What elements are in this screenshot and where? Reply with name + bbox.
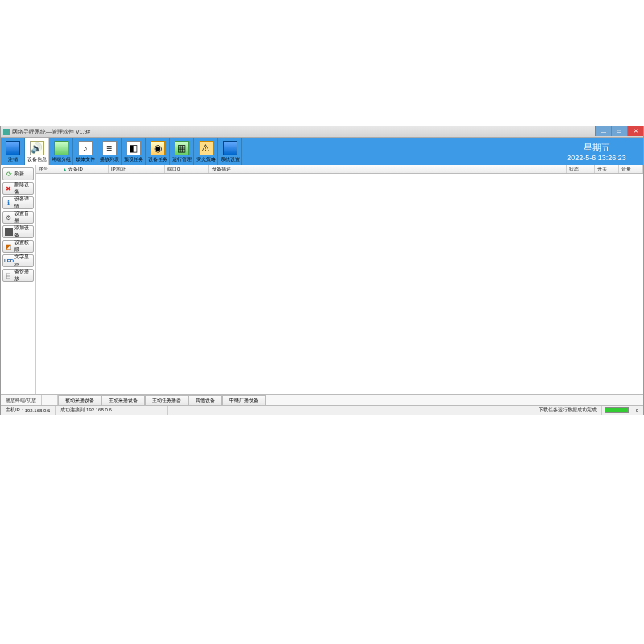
side-refresh[interactable]: ⟳ 刷新 — [2, 167, 34, 180]
weekday-label: 星期五 — [584, 142, 610, 154]
info-icon: ℹ — [5, 199, 13, 207]
app-window: 网络寻呼系统—管理软件 V1.9# — ▭ ✕ 注销 🔊 设备信息 终端分组 ♪… — [0, 126, 644, 415]
toolbar-playlist[interactable]: ≡ 播放列表 — [97, 138, 122, 165]
side-text-display[interactable]: LED 文字显示 — [2, 254, 34, 267]
media-icon: ♪ — [78, 141, 93, 155]
col-status[interactable]: 状态 — [567, 165, 595, 173]
main-toolbar: 注销 🔊 设备信息 终端分组 ♪ 媒体文件 ≡ 播放列表 ◧ 预设任务 ◉ 设备… — [1, 138, 643, 165]
tab-relay-broadcast[interactable]: 中继广播设备 — [222, 395, 266, 405]
toolbar-system-settings[interactable]: 系统设置 — [218, 138, 242, 165]
col-port[interactable]: 端口0 — [165, 165, 209, 173]
col-switch[interactable]: 开关 — [595, 165, 619, 173]
col-index[interactable]: 序号 — [36, 165, 60, 173]
side-add-device[interactable]: 添加设备 — [2, 225, 34, 238]
status-connection: 成功连接到 192.168.0.6 — [56, 406, 168, 415]
minimize-button[interactable]: — — [595, 126, 611, 136]
toolbar-logout[interactable]: 注销 — [1, 138, 25, 165]
tab-passive-capture[interactable]: 被动采播设备 — [58, 395, 101, 405]
bottom-tabs: 播放终端/功放 被动采播设备 主动采播设备 主动任务播器 其他设备 中继广播设备 — [1, 394, 643, 405]
toolbar-terminal-group[interactable]: 终端分组 — [49, 138, 73, 165]
permission-icon: ◩ — [5, 242, 13, 250]
tab-active-capture[interactable]: 主动采播设备 — [101, 395, 145, 405]
speaker-icon: 🔊 — [30, 141, 44, 155]
led-icon: LED — [5, 257, 13, 265]
group-icon — [54, 141, 68, 155]
fire-icon: ⚠ — [199, 141, 213, 155]
col-ip[interactable]: IP地址 — [109, 165, 165, 173]
list-icon: ≡ — [102, 141, 117, 155]
settings-icon — [223, 141, 237, 155]
col-volume[interactable]: 音量 — [619, 165, 643, 173]
side-set-volume[interactable]: ⚙ 设置音量 — [2, 211, 34, 224]
side-device-detail[interactable]: ℹ 设备详情 — [2, 196, 34, 209]
side-set-permission[interactable]: ◩ 设置权限 — [2, 240, 34, 253]
main-area: 序号 设备ID IP地址 端口0 设备描述 状态 开关 音量 — [36, 165, 643, 394]
status-progress-bar — [605, 407, 629, 413]
datetime-label: 2022-5-6 13:26:23 — [567, 154, 626, 162]
status-bar: 主机IP： 192.168.0.6 成功连接到 192.168.0.6 下载任务… — [1, 405, 643, 415]
tab-other-devices[interactable]: 其他设备 — [188, 395, 222, 405]
backup-icon: ⌸ — [5, 271, 13, 279]
status-progress-value: 0 — [631, 408, 643, 413]
side-backup-play[interactable]: ⌸ 备份播放 — [2, 269, 34, 282]
col-device-id[interactable]: 设备ID — [60, 165, 109, 173]
host-ip-value: 192.168.0.6 — [25, 408, 51, 413]
titlebar: 网络寻呼系统—管理软件 V1.9# — ▭ ✕ — [1, 126, 643, 138]
status-host: 主机IP： 192.168.0.6 — [1, 406, 56, 415]
left-sidebar: ⟳ 刷新 ✖ 删除设备 ℹ 设备详情 ⚙ 设置音量 添加设备 ◩ 设置权限 — [1, 165, 36, 394]
refresh-icon: ⟳ — [5, 170, 13, 178]
window-controls: — ▭ ✕ — [595, 126, 643, 137]
speaker-add-icon — [5, 228, 13, 236]
toolbar-device-task[interactable]: ◉ 设备任务 — [146, 138, 170, 165]
preset-icon: ◧ — [126, 141, 141, 155]
content-row: ⟳ 刷新 ✖ 删除设备 ℹ 设备详情 ⚙ 设置音量 添加设备 ◩ 设置权限 — [1, 165, 643, 394]
col-desc[interactable]: 设备描述 — [209, 165, 567, 173]
toolbar-run-manage[interactable]: ▦ 运行管理 — [170, 138, 194, 165]
toolbar-fire-strategy[interactable]: ⚠ 灾火策略 — [194, 138, 218, 165]
toolbar-preset-task[interactable]: ◧ 预设任务 — [122, 138, 146, 165]
delete-icon: ✖ — [5, 184, 13, 192]
grid-body[interactable] — [36, 174, 643, 394]
run-icon: ▦ — [175, 141, 189, 155]
maximize-button[interactable]: ▭ — [611, 126, 627, 136]
app-icon — [3, 129, 10, 135]
pc-icon — [6, 141, 20, 155]
toolbar-device-info[interactable]: 🔊 设备信息 — [25, 138, 49, 165]
gear-icon: ⚙ — [5, 213, 13, 221]
bottom-tab-label: 播放终端/功放 — [1, 395, 42, 405]
side-delete-device[interactable]: ✖ 删除设备 — [2, 182, 34, 195]
datetime-display: 星期五 2022-5-6 13:26:23 — [555, 138, 643, 165]
task-icon: ◉ — [151, 141, 165, 155]
close-button[interactable]: ✕ — [627, 126, 643, 136]
grid-header: 序号 设备ID IP地址 端口0 设备描述 状态 开关 音量 — [36, 165, 643, 174]
toolbar-media-files[interactable]: ♪ 媒体文件 — [73, 138, 97, 165]
tab-active-task-player[interactable]: 主动任务播器 — [145, 395, 188, 405]
status-task-msg: 下载任务运行数据成功完成 — [534, 406, 602, 415]
window-title: 网络寻呼系统—管理软件 V1.9# — [12, 128, 90, 136]
